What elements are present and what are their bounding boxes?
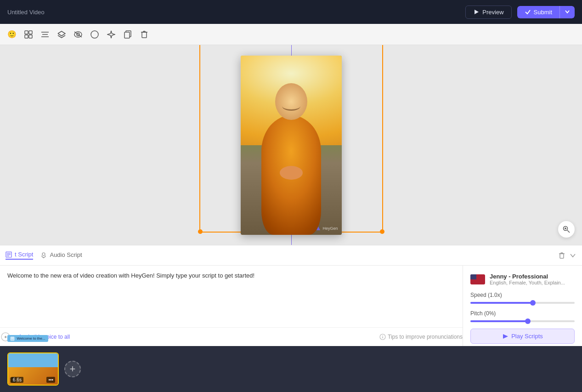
svg-rect-4	[29, 35, 32, 38]
heygen-watermark: HeyGen	[316, 226, 338, 231]
play-scripts-button[interactable]: Play Scripts	[470, 329, 575, 344]
chevron-down-script-icon[interactable]	[569, 252, 576, 259]
svg-rect-1	[25, 31, 28, 34]
submit-button[interactable]: Submit	[517, 6, 559, 18]
script-footer: ✦ Apply this voice to all Tips to improv…	[0, 327, 463, 346]
pitch-slider[interactable]	[470, 320, 575, 322]
zoom-button[interactable]	[558, 221, 575, 238]
sparkle-icon[interactable]	[105, 28, 118, 41]
svg-point-27	[42, 253, 45, 256]
canvas-area[interactable]: HeyGen	[0, 45, 582, 245]
svg-rect-14	[142, 32, 147, 38]
svg-marker-39	[503, 334, 508, 339]
pitch-slider-fill	[470, 320, 528, 322]
svg-rect-2	[29, 31, 32, 34]
emoji-icon[interactable]: 🙂	[6, 28, 18, 41]
slide-top	[8, 353, 58, 367]
align-icon[interactable]	[39, 28, 51, 41]
slide-welcome-label: Welcome to the...	[7, 335, 48, 342]
play-scripts-icon	[502, 333, 509, 340]
audio-script-icon	[40, 252, 47, 258]
submit-dropdown-button[interactable]	[559, 6, 575, 18]
add-slide-button[interactable]: +	[64, 361, 81, 377]
script-body: Welcome to the new era of video creation…	[0, 266, 582, 346]
tips-button[interactable]: Tips to improve pronunciations	[379, 333, 463, 341]
slide-duration: 6.6s	[11, 377, 23, 383]
svg-point-11	[91, 31, 98, 38]
voice-panel: Jenny - Professional English, Female, Yo…	[463, 266, 582, 346]
svg-rect-3	[25, 35, 28, 38]
selected-element-container: HeyGen	[241, 56, 342, 235]
header: Untitled Video Preview Submit	[0, 0, 582, 24]
speed-slider[interactable]	[470, 302, 575, 304]
copy-icon[interactable]	[121, 28, 134, 41]
svg-marker-0	[475, 10, 479, 14]
layers-icon[interactable]	[55, 28, 68, 41]
main-area: HeyGen t Script	[0, 45, 582, 346]
zoom-icon	[563, 226, 570, 233]
monk-image: HeyGen	[241, 56, 342, 235]
hide-icon[interactable]	[72, 28, 85, 41]
svg-rect-12	[124, 32, 130, 38]
slide-more-button[interactable]: •••	[46, 377, 55, 383]
svg-marker-18	[316, 227, 320, 230]
circle-icon[interactable]	[88, 28, 101, 41]
pitch-slider-thumb[interactable]	[525, 318, 531, 324]
delete-script-icon[interactable]	[558, 252, 565, 259]
handle-bottom-right[interactable]	[380, 229, 384, 234]
flag-icon	[470, 274, 485, 284]
submit-group: Submit	[517, 6, 575, 18]
info-icon	[379, 334, 386, 340]
tab-text-script[interactable]: t Script	[6, 251, 33, 260]
tab-audio-script[interactable]: Audio Script	[40, 251, 82, 259]
timeline: Welcome to the... 1 6.6s ••• +	[0, 346, 582, 392]
trash-icon[interactable]	[138, 28, 151, 41]
script-tabs: t Script Audio Script	[0, 245, 582, 266]
check-icon	[525, 9, 531, 15]
pitch-slider-row: Pitch (0%)	[470, 310, 575, 322]
voice-info: Jenny - Professional English, Female, Yo…	[490, 273, 565, 285]
svg-point-38	[382, 335, 383, 336]
play-icon	[473, 9, 480, 15]
script-text-content: Welcome to the new era of video creation…	[0, 266, 463, 346]
timeline-slide-1[interactable]: Welcome to the... 1 6.6s •••	[7, 352, 59, 386]
svg-line-20	[567, 230, 570, 233]
video-title: Untitled Video	[7, 9, 45, 16]
speed-slider-fill	[470, 302, 533, 304]
voice-selector[interactable]: Jenny - Professional English, Female, Yo…	[470, 273, 575, 285]
speed-slider-thumb[interactable]	[530, 300, 536, 306]
svg-rect-30	[560, 254, 564, 258]
script-area: t Script Audio Script	[0, 245, 582, 346]
slide-thumbnail-1: 1 6.6s •••	[7, 352, 59, 386]
svg-text:✦: ✦	[4, 335, 7, 340]
speed-slider-row: Speed (1.0x)	[470, 292, 575, 304]
toolbar: 🙂	[0, 24, 582, 45]
handle-bottom-left[interactable]	[198, 229, 203, 234]
layout-icon[interactable]	[22, 28, 35, 41]
slide-text-icon	[10, 336, 15, 341]
preview-button[interactable]: Preview	[465, 6, 511, 19]
tab-actions	[558, 252, 576, 259]
chevron-down-icon	[565, 9, 570, 14]
text-script-icon	[6, 251, 12, 258]
